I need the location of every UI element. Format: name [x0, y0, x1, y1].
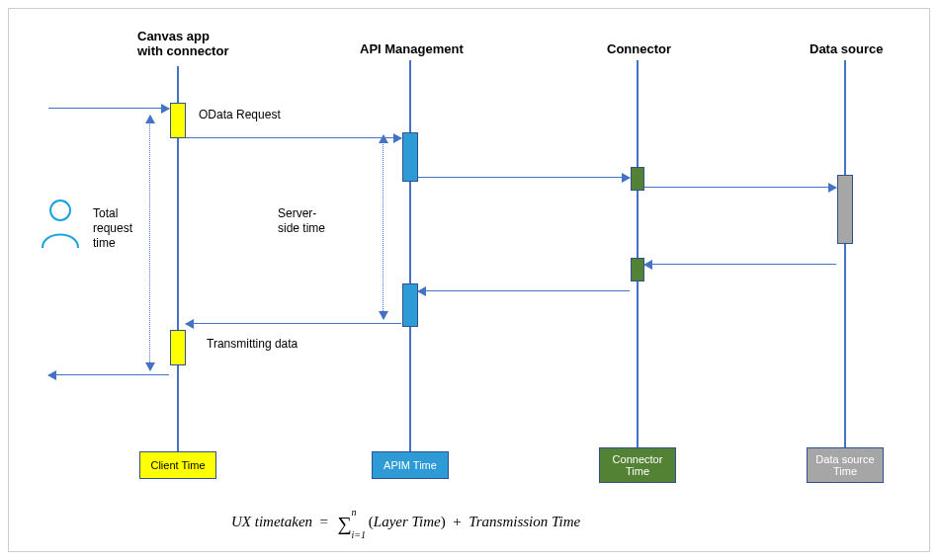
- span-server-side-time: [383, 135, 384, 319]
- activation-connector-2: [631, 258, 644, 281]
- lifeline-apim: [409, 60, 411, 451]
- activation-apim-1: [402, 132, 418, 182]
- arrow-datasource-to-connector: [644, 264, 836, 265]
- footer-datasource-time: Data sourceTime: [807, 447, 884, 483]
- sequence-diagram: Canvas app with connector API Management…: [9, 9, 929, 551]
- lifeline-connector: [637, 60, 639, 451]
- header-apim: API Management: [360, 41, 464, 56]
- footer-apim-time: APIM Time: [372, 451, 449, 479]
- header-datasource: Data source: [810, 41, 883, 56]
- lifeline-datasource: [844, 60, 846, 451]
- label-server-side-time: Server- side time: [278, 206, 325, 236]
- arrow-connector-to-datasource: [644, 187, 836, 188]
- arrow-user-to-client: [48, 108, 169, 109]
- span-total-request-time: [149, 116, 150, 370]
- footer-connector-time: ConnectorTime: [599, 447, 676, 483]
- header-client-l1: Canvas app: [137, 29, 210, 43]
- user-icon: [39, 197, 82, 250]
- label-total-request-time: Total request time: [93, 206, 132, 251]
- arrow-apim-to-connector: [418, 177, 630, 178]
- activation-client-2: [170, 330, 186, 365]
- formula: UX timetaken = ∑ni=1 (Layer Time) + Tran…: [231, 513, 580, 535]
- arrow-client-to-user: [48, 374, 169, 375]
- activation-connector-1: [631, 167, 644, 191]
- label-odata-request: OData Request: [199, 108, 281, 122]
- svg-point-0: [50, 200, 70, 220]
- diagram-frame: Canvas app with connector API Management…: [8, 8, 930, 552]
- label-transmitting-data: Transmitting data: [207, 337, 298, 352]
- activation-apim-2: [402, 283, 418, 327]
- activation-datasource: [837, 175, 853, 244]
- sigma-icon: ∑ni=1: [338, 513, 352, 535]
- header-client-l2: with connector: [137, 43, 228, 58]
- header-connector: Connector: [607, 41, 671, 56]
- activation-client-1: [170, 103, 186, 138]
- arrow-client-to-apim: [186, 137, 401, 138]
- arrow-connector-to-apim: [418, 290, 630, 291]
- header-client: Canvas app with connector: [137, 29, 228, 58]
- arrow-apim-to-client: [186, 323, 401, 324]
- footer-client-time: Client Time: [139, 451, 216, 479]
